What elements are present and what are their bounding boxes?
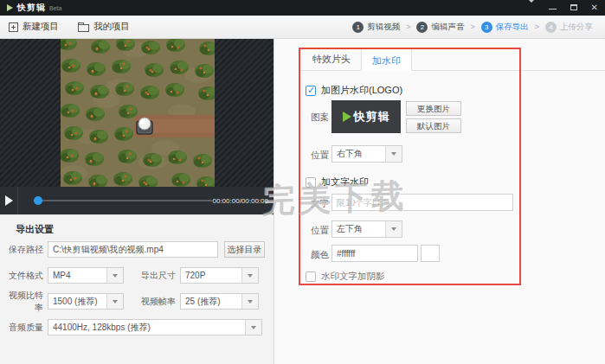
image-position-select[interactable]: 右下角 — [331, 145, 402, 163]
file-format-label: 文件格式 — [3, 270, 43, 282]
video-preview-area — [0, 39, 274, 187]
app-title: 快剪辑 — [17, 2, 46, 14]
audio-quality-label: 音频质量 — [3, 322, 43, 334]
chevron-down-icon — [106, 268, 123, 283]
text-position-label: 位置 — [311, 225, 329, 237]
step-save-export[interactable]: 3 保存导出 — [481, 22, 529, 33]
chevron-down-icon — [385, 221, 402, 237]
progress-slider[interactable] — [34, 187, 212, 214]
watermark-logo-preview: 快剪辑 — [331, 100, 401, 133]
shadow-checkbox[interactable] — [306, 271, 316, 282]
step-edit-video[interactable]: 1 剪辑视频 — [352, 22, 400, 33]
left-column: 00:00:00/00:00:00 导出设置 保存路径 选择目录 文件格式 MP… — [0, 39, 274, 364]
workflow-steps: 1 剪辑视频 > 2 编辑声音 > 3 保存导出 > 4 上传分享 — [352, 22, 596, 33]
shadow-checkbox-row: 水印文字加阴影 — [306, 271, 385, 283]
export-settings-panel: 导出设置 保存路径 选择目录 文件格式 MP4 导出尺寸 720P 视 — [0, 214, 274, 364]
beta-tag: Beta — [49, 5, 61, 11]
play-icon — [5, 195, 13, 206]
pattern-label: 图案 — [311, 112, 329, 124]
bitrate-select[interactable]: 1500 (推荐) — [48, 293, 124, 310]
tab-bar: 特效片头 加水印 — [299, 48, 605, 71]
bitrate-label: 视频比特率 — [3, 290, 43, 314]
save-path-label: 保存路径 — [3, 244, 43, 256]
image-position-label: 位置 — [311, 150, 329, 162]
logo-play-icon — [343, 112, 351, 122]
slider-handle[interactable] — [34, 196, 42, 205]
color-value-input[interactable] — [331, 245, 418, 262]
text-position-select[interactable]: 左下角 — [331, 220, 402, 238]
fps-select[interactable]: 25 (推荐) — [180, 293, 259, 310]
player-bar: 00:00:00/00:00:00 — [0, 187, 274, 214]
watermark-text-label: 文字 — [311, 198, 329, 210]
export-settings-title: 导出设置 — [16, 223, 54, 236]
fps-label: 视频帧率 — [131, 296, 176, 308]
step-edit-audio[interactable]: 2 编辑声音 — [416, 22, 464, 33]
audio-quality-select[interactable]: 44100Hz, 128kbps (推荐) — [48, 319, 262, 335]
chevron-down-icon — [245, 320, 261, 335]
choose-directory-button[interactable]: 选择目录 — [224, 241, 265, 258]
step-upload-share[interactable]: 4 上传分享 — [545, 22, 593, 33]
export-size-label: 导出尺寸 — [131, 270, 176, 282]
watermark-text-input[interactable] — [331, 194, 513, 211]
slider-track[interactable] — [34, 200, 212, 201]
chevron-down-icon — [385, 146, 402, 162]
new-project-icon — [9, 22, 18, 32]
color-swatch[interactable] — [421, 245, 440, 262]
save-path-input[interactable] — [48, 241, 218, 258]
tab-effect-intro[interactable]: 特效片头 — [302, 48, 361, 70]
file-format-select[interactable]: MP4 — [48, 267, 124, 284]
text-watermark-checkbox-row: 加文字水印 — [306, 176, 369, 188]
my-projects-button[interactable]: 我的项目 — [78, 21, 130, 33]
app-window: 快剪辑 Beta ✕ 新建项目 我的项目 1 剪辑视频 > 2 编辑声音 — [0, 0, 605, 364]
chevron-down-icon — [241, 294, 258, 309]
color-label: 颜色 — [311, 249, 329, 261]
time-display: 00:00:00/00:00:00 — [212, 197, 274, 205]
default-image-button[interactable]: 默认图片 — [406, 118, 461, 133]
app-logo-play-icon — [7, 4, 13, 11]
play-button[interactable] — [0, 187, 18, 214]
export-size-select[interactable]: 720P — [180, 267, 259, 284]
toolbar: 新建项目 我的项目 1 剪辑视频 > 2 编辑声音 > 3 保存导出 > 4 — [0, 16, 605, 39]
tab-add-watermark[interactable]: 加水印 — [361, 48, 412, 71]
image-watermark-checkbox-row: 加图片水印(LOGO) — [306, 84, 402, 97]
minimize-icon[interactable] — [549, 3, 557, 12]
image-watermark-checkbox[interactable] — [306, 86, 316, 96]
change-image-button[interactable]: 更换图片 — [406, 101, 461, 116]
chevron-down-icon — [106, 294, 123, 309]
titlebar: 快剪辑 Beta ✕ — [0, 0, 605, 16]
folder-icon — [78, 24, 89, 32]
chevron-down-icon — [241, 268, 258, 283]
watermark-panel: 特效片头 加水印 加图片水印(LOGO) 图案 快剪辑 更换图片 默认图片 位置… — [274, 39, 605, 364]
close-icon[interactable]: ✕ — [591, 3, 598, 12]
text-watermark-checkbox[interactable] — [306, 177, 316, 188]
new-project-button[interactable]: 新建项目 — [9, 21, 59, 33]
maximize-icon[interactable] — [570, 3, 577, 12]
video-preview-image — [61, 39, 215, 187]
menu-dropdown-icon[interactable] — [528, 3, 535, 12]
